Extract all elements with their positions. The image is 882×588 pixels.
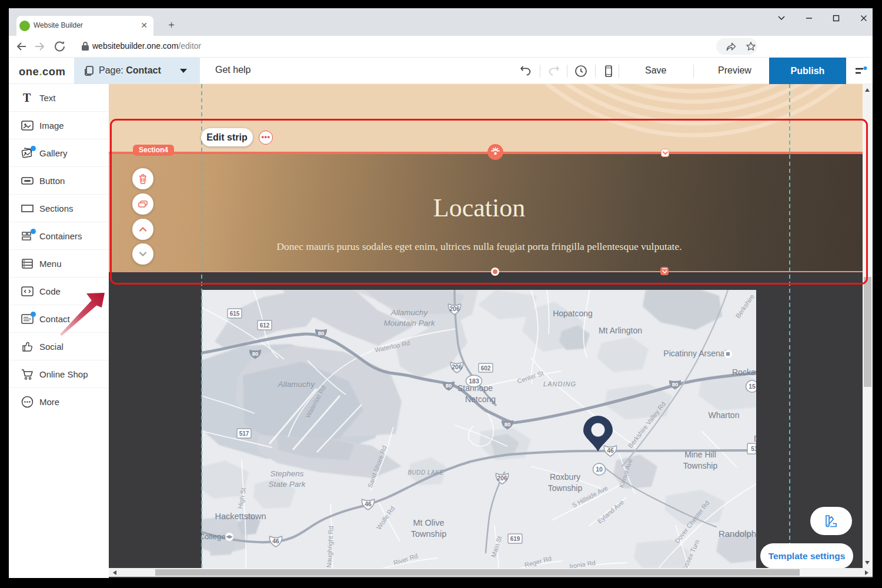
svg-text:Mountain Park: Mountain Park: [383, 319, 435, 328]
svg-text:80: 80: [252, 350, 259, 357]
svg-text:Mt Olive: Mt Olive: [413, 518, 444, 527]
svg-text:183: 183: [469, 377, 479, 385]
svg-text:BUDD LAKE: BUDD LAKE: [407, 469, 443, 476]
svg-text:Mine Hill: Mine Hill: [684, 450, 716, 459]
svg-text:619: 619: [510, 536, 520, 542]
svg-text:46: 46: [272, 537, 279, 544]
svg-text:602: 602: [481, 365, 491, 372]
svg-text:80: 80: [505, 421, 511, 427]
svg-text:15: 15: [749, 383, 756, 390]
svg-text:Hopatcong: Hopatcong: [553, 309, 593, 318]
svg-text:Picatinny Arsenal: Picatinny Arsenal: [663, 349, 726, 358]
svg-text:206: 206: [449, 305, 460, 312]
svg-text:State Park: State Park: [268, 480, 306, 489]
svg-text:T: T: [23, 91, 31, 104]
svg-text:80: 80: [446, 382, 452, 389]
svg-text:Allamuchy: Allamuchy: [390, 308, 429, 317]
svg-text:517: 517: [239, 430, 249, 437]
svg-text:Stephens: Stephens: [270, 469, 303, 478]
svg-text:46: 46: [607, 447, 614, 454]
svg-text:Roxbury: Roxbury: [550, 472, 580, 482]
svg-text:206: 206: [497, 475, 507, 482]
svg-text:615: 615: [230, 310, 240, 317]
svg-text:Mt Arlington: Mt Arlington: [599, 326, 642, 335]
svg-text:Hackettstown: Hackettstown: [215, 512, 266, 521]
svg-text:Wharton: Wharton: [709, 410, 740, 420]
svg-text:206: 206: [452, 363, 462, 370]
svg-text:College: College: [202, 532, 226, 541]
svg-text:Rockaway To: Rockaway To: [732, 368, 756, 377]
svg-text:Township: Township: [548, 483, 583, 493]
svg-text:46: 46: [365, 500, 372, 507]
svg-text:10: 10: [596, 466, 603, 473]
svg-text:80: 80: [672, 381, 679, 387]
svg-text:Allamuchy: Allamuchy: [278, 380, 316, 389]
svg-text:51: 51: [751, 445, 756, 452]
svg-text:LANDING: LANDING: [543, 380, 576, 387]
svg-text:Township: Township: [411, 529, 446, 539]
svg-text:Randolph: Randolph: [719, 529, 756, 539]
svg-text:Netcong: Netcong: [465, 395, 496, 404]
svg-text:D: D: [754, 434, 756, 443]
svg-text:612: 612: [260, 322, 270, 329]
svg-text:Township: Township: [683, 461, 718, 470]
svg-text:80: 80: [318, 330, 325, 336]
